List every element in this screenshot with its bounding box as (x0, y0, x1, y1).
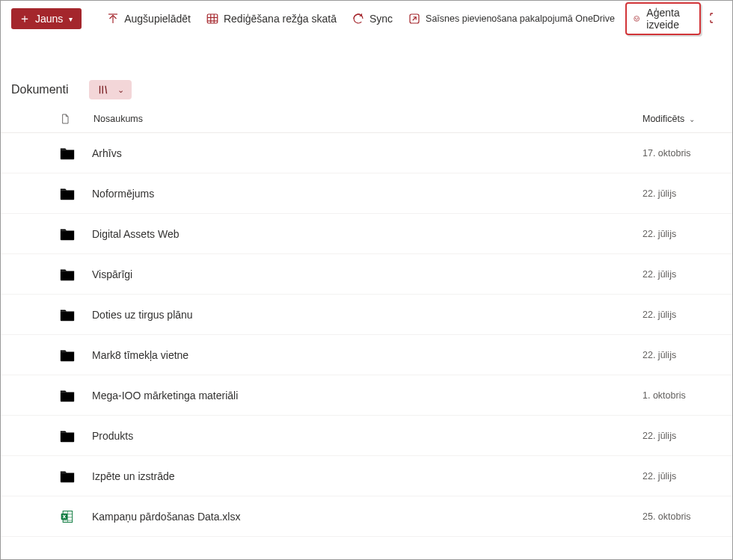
folder-icon (59, 267, 92, 282)
item-name: Mark8 tīmekļa vietne (92, 349, 642, 361)
file-list: Arhīvs17. oktobrisNoformējums22. jūlijsD… (1, 133, 732, 537)
list-item[interactable]: Doties uz tirgus plānu22. jūlijs (1, 295, 732, 335)
grid-icon (206, 12, 219, 25)
new-button[interactable]: ＋ Jauns ▾ (11, 8, 82, 29)
item-modified: 25. oktobris (642, 511, 732, 522)
item-modified: 22. jūlijs (642, 350, 732, 360)
item-name: Vispārīgi (92, 268, 642, 280)
svg-rect-2 (207, 14, 218, 23)
svg-line-14 (105, 86, 107, 94)
folder-icon (59, 388, 92, 403)
item-modified: 22. jūlijs (642, 431, 732, 441)
overflow-icon[interactable] (708, 11, 722, 27)
list-item[interactable]: Kampaņu pārdošanas Data.xlsx25. oktobris (1, 496, 732, 537)
plus-icon: ＋ (19, 13, 31, 25)
item-name: Kampaņu pārdošanas Data.xlsx (92, 511, 642, 523)
file-icon (59, 111, 71, 126)
sync-label: Sync (369, 13, 393, 25)
list-item[interactable]: Noformējums22. jūlijs (1, 173, 732, 214)
item-modified: 22. jūlijs (642, 269, 732, 280)
folder-icon (59, 428, 92, 443)
sync-icon (352, 12, 365, 25)
list-item[interactable]: Produkts22. jūlijs (1, 416, 732, 456)
grid-edit-button[interactable]: Rediģēšana režģa skatā (201, 9, 341, 28)
svg-point-9 (634, 16, 640, 22)
item-modified: 22. jūlijs (642, 310, 732, 320)
list-item[interactable]: Arhīvs17. oktobris (1, 133, 732, 173)
command-bar: ＋ Jauns ▾ Augšupielādēt Rediģēšana režģa… (1, 1, 732, 37)
upload-label: Augšupielādēt (124, 13, 191, 25)
list-item[interactable]: Mega-IOO mārketinga materiāli1. oktobris (1, 375, 732, 416)
svg-point-10 (635, 18, 636, 19)
item-modified: 22. jūlijs (642, 471, 732, 481)
agent-icon (633, 12, 640, 25)
folder-icon (59, 348, 92, 363)
view-switcher[interactable]: ⌄ (89, 80, 132, 99)
folder-icon (59, 186, 92, 201)
grid-edit-label: Rediģēšana režģa skatā (224, 13, 337, 25)
sync-button[interactable]: Sync (347, 9, 397, 28)
item-name: Mega-IOO mārketinga materiāli (92, 390, 642, 401)
item-name: Doties uz tirgus plānu (92, 309, 642, 321)
chevron-down-icon: ⌄ (117, 85, 124, 95)
upload-icon (106, 12, 120, 25)
column-headers: Nosaukums Modificēts ⌄ (1, 105, 732, 133)
column-header-modified-label: Modificēts (642, 114, 684, 124)
shortcut-icon (408, 12, 421, 25)
upload-button[interactable]: Augšupielādēt (102, 9, 195, 28)
folder-icon (59, 307, 92, 322)
item-name: Arhīvs (92, 147, 642, 159)
list-item[interactable]: Vispārīgi22. jūlijs (1, 254, 732, 295)
list-item[interactable]: Digital Assets Web22. jūlijs (1, 214, 732, 254)
list-item[interactable]: Izpēte un izstrāde22. jūlijs (1, 456, 732, 496)
library-title: Dokumenti (11, 83, 68, 96)
create-agent-label: Aģenta izveide (646, 7, 686, 31)
new-button-label: Jauns (35, 13, 63, 25)
item-name: Izpēte un izstrāde (92, 470, 642, 482)
list-item[interactable]: Mark8 tīmekļa vietne22. jūlijs (1, 335, 732, 375)
item-modified: 1. oktobris (642, 390, 732, 401)
item-modified: 17. oktobris (642, 148, 732, 159)
folder-icon (59, 469, 92, 484)
folder-icon (59, 227, 92, 241)
svg-line-8 (413, 17, 417, 21)
column-header-name-label: Nosaukums (93, 114, 143, 124)
item-modified: 22. jūlijs (642, 229, 732, 239)
chevron-down-icon: ▾ (69, 15, 73, 23)
library-header: Dokumenti ⌄ (1, 64, 732, 105)
onedrive-shortcut-label: Saīsnes pievienošana pakalpojumā OneDriv… (426, 13, 615, 24)
onedrive-shortcut-button[interactable]: Saīsnes pievienošana pakalpojumā OneDriv… (403, 9, 619, 28)
item-name: Digital Assets Web (92, 228, 642, 240)
folder-icon (59, 146, 92, 161)
svg-point-11 (637, 18, 638, 19)
library-view-icon (96, 83, 110, 96)
excel-file-icon (59, 509, 92, 524)
column-header-name[interactable]: Nosaukums (92, 114, 642, 124)
item-name: Noformējums (92, 188, 642, 200)
item-name: Produkts (92, 430, 642, 442)
chevron-down-icon: ⌄ (689, 115, 695, 123)
item-modified: 22. jūlijs (642, 188, 732, 199)
column-header-type[interactable] (59, 111, 92, 126)
create-agent-button[interactable]: Aģenta izveide (625, 2, 701, 35)
column-header-modified[interactable]: Modificēts ⌄ (642, 114, 732, 124)
